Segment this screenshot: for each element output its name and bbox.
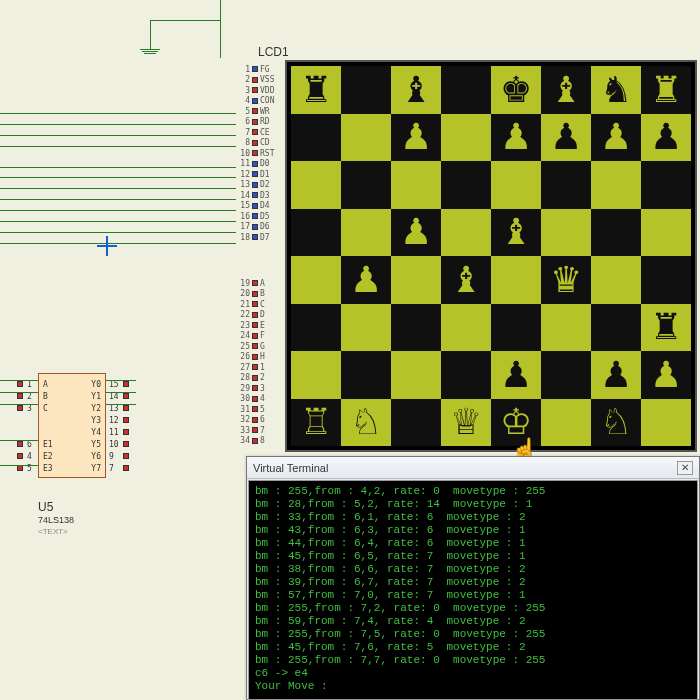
pin-CE: 7CE [236,127,278,138]
square-6-2 [391,351,441,399]
wire [0,124,236,125]
square-1-5: ♟ [541,114,591,162]
square-2-3 [441,161,491,209]
piece-b: ♝ [491,209,541,257]
square-7-6: ♘ [591,399,641,447]
piece-p: ♟ [641,351,691,399]
wire [142,51,158,52]
wire [0,135,236,136]
piece-N: ♘ [591,399,641,447]
wire [0,232,236,233]
square-6-7: ♟ [641,351,691,399]
wire [0,440,38,441]
wire [106,380,136,381]
wire [0,404,38,405]
square-4-2 [391,256,441,304]
pin-4: 304 [236,394,278,405]
square-2-2 [391,161,441,209]
chessboard: ♜♝♚♝♞♜♟♟♟♟♟♟♝♟♝♛♜♟♟♟♖♘♕♔♘ [291,66,691,446]
pin-RST: 10RST [236,148,278,159]
terminal-title: Virtual Terminal [253,462,328,474]
square-0-5: ♝ [541,66,591,114]
piece-p: ♟ [591,114,641,162]
pin-VSS: 2VSS [236,75,278,86]
square-0-2: ♝ [391,66,441,114]
square-1-4: ♟ [491,114,541,162]
square-0-1 [341,66,391,114]
wire [0,465,38,466]
square-3-6 [591,209,641,257]
piece-R: ♖ [291,399,341,447]
square-1-3 [441,114,491,162]
square-4-0 [291,256,341,304]
wire [150,20,151,50]
piece-p: ♟ [591,351,641,399]
square-5-2 [391,304,441,352]
piece-r: ♜ [641,66,691,114]
square-7-1: ♘ [341,399,391,447]
square-5-5 [541,304,591,352]
pin-D2: 13D2 [236,180,278,191]
square-7-7 [641,399,691,447]
square-5-7: ♜ [641,304,691,352]
square-1-6: ♟ [591,114,641,162]
pin-VDD: 3VDD [236,85,278,96]
square-4-5: ♛ [541,256,591,304]
chip-u5[interactable]: A1B2C3E16E24E35Y015Y114Y213Y312Y411Y510Y… [38,373,106,478]
close-button[interactable]: ✕ [677,461,693,475]
wire [220,0,221,58]
piece-p: ♟ [491,114,541,162]
square-2-7 [641,161,691,209]
square-0-7: ♜ [641,66,691,114]
pin-D3: 14D3 [236,190,278,201]
square-4-4 [491,256,541,304]
pin-D6: 17D6 [236,222,278,233]
square-1-7: ♟ [641,114,691,162]
piece-b: ♝ [441,256,491,304]
square-4-3: ♝ [441,256,491,304]
pin-8: 348 [236,436,278,447]
pin-3: 293 [236,383,278,394]
wire [144,53,156,54]
piece-r: ♜ [291,66,341,114]
square-2-6 [591,161,641,209]
pin-RD: 6RD [236,117,278,128]
piece-b: ♝ [391,66,441,114]
pin-7: 337 [236,425,278,436]
piece-p: ♟ [391,209,441,257]
lcd-display[interactable]: ♜♝♚♝♞♜♟♟♟♟♟♟♝♟♝♛♜♟♟♟♖♘♕♔♘ ☝ [285,60,697,452]
piece-p: ♟ [641,114,691,162]
pin-D4: 15D4 [236,201,278,212]
wire [0,177,236,178]
wire [150,20,220,21]
piece-r: ♜ [641,304,691,352]
piece-k: ♚ [491,66,541,114]
pin-A: 19A [236,278,278,289]
square-4-1: ♟ [341,256,391,304]
wire [140,49,160,50]
pin-D5: 16D5 [236,211,278,222]
pin-D7: 18D7 [236,232,278,243]
virtual-terminal-window[interactable]: Virtual Terminal ✕ bm : 255,from : 4,2, … [246,456,700,700]
piece-N: ♘ [341,399,391,447]
square-2-0 [291,161,341,209]
terminal-body[interactable]: bm : 255,from : 4,2, rate: 0 movetype : … [248,480,698,700]
square-5-6 [591,304,641,352]
piece-n: ♞ [591,66,641,114]
piece-b: ♝ [541,66,591,114]
piece-p: ♟ [491,351,541,399]
u5-ref: U5 [38,500,53,514]
pin-D1: 12D1 [236,169,278,180]
square-0-4: ♚ [491,66,541,114]
square-7-4: ♔ [491,399,541,447]
square-2-5 [541,161,591,209]
square-3-0 [291,209,341,257]
square-3-2: ♟ [391,209,441,257]
square-7-5 [541,399,591,447]
wire [0,167,236,168]
square-6-6: ♟ [591,351,641,399]
piece-p: ♟ [341,256,391,304]
close-icon: ✕ [681,462,689,473]
square-3-1 [341,209,391,257]
terminal-titlebar[interactable]: Virtual Terminal ✕ [247,457,699,479]
